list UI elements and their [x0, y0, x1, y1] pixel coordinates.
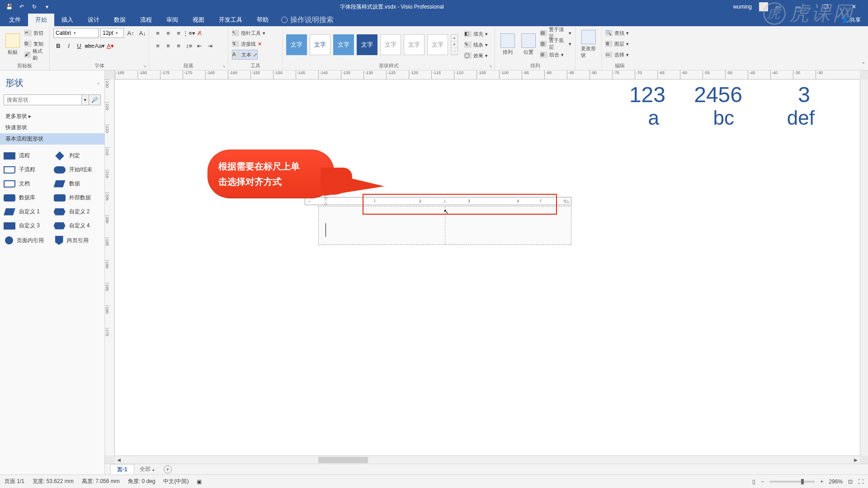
underline-button[interactable]: U — [74, 41, 84, 51]
vertical-ruler[interactable]: 230225220215210205200195190185180175 — [105, 80, 115, 455]
shapes-search-button[interactable]: 🔎 — [89, 94, 101, 105]
style-item[interactable]: 文字 — [427, 34, 448, 55]
align-top-button[interactable]: ≡ — [153, 28, 163, 38]
tell-me-search[interactable]: 操作说明搜索 — [276, 14, 334, 26]
qat-customize-icon[interactable]: ▾ — [43, 3, 51, 10]
horizontal-scrollbar[interactable]: ◂ ▸ — [115, 455, 860, 464]
font-dialog-launcher[interactable]: ↘ — [142, 63, 148, 69]
qat-undo-icon[interactable]: ↶ — [18, 3, 25, 10]
status-language[interactable]: 中文(中国) — [163, 478, 189, 485]
drawing-page[interactable]: 123 2456 3 a bc def ⌐ ▽△ └ 2 ⊥ 3 4 ┘ 5 △… — [115, 80, 860, 455]
vertical-scrollbar[interactable] — [860, 80, 868, 455]
grow-font-button[interactable]: A↑ — [126, 28, 136, 38]
shapes-collapse-icon[interactable]: ‹ — [97, 80, 99, 86]
shape-onpage-ref[interactable]: 页面内引用 — [4, 236, 51, 245]
shape-custom4[interactable]: 自定义 4 — [54, 222, 101, 230]
shape-data[interactable]: 数据 — [54, 180, 101, 188]
basic-flowchart-category[interactable]: 基本流程图形状 — [0, 133, 104, 145]
select-button[interactable]: ▭选择▾ — [605, 50, 629, 60]
add-page-button[interactable]: + — [164, 465, 172, 474]
style-item[interactable]: 文字 — [286, 34, 307, 55]
tab-devtools[interactable]: 开发工具 — [212, 14, 250, 26]
zoom-out-button[interactable]: − — [761, 479, 764, 485]
zoom-slider[interactable] — [769, 481, 815, 483]
zoom-value[interactable]: 296% — [829, 479, 843, 485]
shape-style-gallery[interactable]: 文字 文字 文字 文字 文字 文字 文字 ▴▾⋯ — [286, 31, 458, 58]
zoom-in-button[interactable]: + — [820, 479, 823, 485]
ribbon-display-icon[interactable]: ▭ — [775, 4, 780, 10]
share-button[interactable]: 👤 共享 — [841, 14, 868, 26]
tab-data[interactable]: 数据 — [107, 14, 133, 26]
more-shapes-link[interactable]: 更多形状 ▸ — [0, 111, 104, 122]
group-button[interactable]: ⊞组合▾ — [540, 50, 571, 60]
search-dropdown[interactable]: ▾ — [82, 94, 89, 105]
align-bottom-button[interactable]: ≡ — [174, 28, 184, 38]
shape-custom1[interactable]: 自定义 1 — [4, 208, 51, 216]
tab-home[interactable]: 开始 — [28, 14, 54, 26]
shape-document[interactable]: 文档 — [4, 180, 51, 188]
window-minimize-button[interactable]: — — [788, 0, 808, 14]
paste-button[interactable]: 粘贴 — [4, 28, 22, 61]
shapes-search-input[interactable] — [4, 94, 82, 105]
shape-custom3[interactable]: 自定义 3 — [4, 222, 51, 230]
qat-redo-icon[interactable]: ↻ — [31, 3, 38, 10]
qat-save-icon[interactable]: 💾 — [5, 3, 13, 10]
window-close-button[interactable]: ✕ — [844, 0, 864, 14]
send-back-button[interactable]: ▥置于底层▾ — [540, 39, 571, 49]
line-spacing-button[interactable]: ↕≡ — [184, 41, 194, 51]
gallery-scroll[interactable]: ▴▾⋯ — [451, 34, 458, 55]
quick-shapes-link[interactable]: 快速形状 — [0, 122, 104, 133]
find-button[interactable]: 🔍查找▾ — [605, 28, 629, 38]
bold-button[interactable]: B — [53, 41, 63, 51]
align-middle-button[interactable]: ≡ — [163, 28, 173, 38]
shape-start-end[interactable]: 开始/结束 — [54, 166, 101, 174]
collapse-ribbon-button[interactable]: ⌃ — [861, 61, 865, 67]
strike-button[interactable]: abc — [85, 41, 94, 51]
page-tab-all[interactable]: 全部▴ — [135, 464, 159, 474]
style-item[interactable]: 文字 — [404, 34, 425, 55]
window-restore-button[interactable]: ❐ — [816, 0, 836, 14]
style-item[interactable]: 文字 — [357, 34, 377, 55]
pointer-tool-button[interactable]: ↖指针工具▾ — [232, 28, 265, 38]
shape-subprocess[interactable]: 子流程 — [4, 166, 51, 174]
shape-offpage-ref[interactable]: 跨页引用 — [54, 236, 101, 245]
shape-database[interactable]: 数据库 — [4, 194, 51, 202]
position-button[interactable]: 位置 — [519, 28, 538, 61]
tab-review[interactable]: 审阅 — [159, 14, 185, 26]
copy-button[interactable]: ⧉复制 — [24, 39, 46, 49]
align-left-button[interactable]: ≡ — [153, 41, 163, 51]
styles-dialog-launcher[interactable]: ↘ — [487, 63, 494, 69]
bring-front-button[interactable]: ▤置于顶层▾ — [540, 28, 571, 38]
line-button[interactable]: ✎线条▾ — [464, 40, 488, 50]
page-tab-1[interactable]: 页-1 — [110, 464, 134, 475]
shape-process[interactable]: 流程 — [4, 152, 51, 160]
style-item[interactable]: 文字 — [333, 34, 354, 55]
tab-design[interactable]: 设计 — [80, 14, 107, 26]
tab-process[interactable]: 流程 — [133, 14, 159, 26]
case-button[interactable]: Aa▾ — [95, 41, 105, 51]
effects-button[interactable]: ◯效果▾ — [464, 51, 488, 61]
horizontal-ruler[interactable]: -185-180-175-170-165-160-155-150-145-140… — [115, 70, 860, 80]
paragraph-dialog-launcher[interactable]: ↘ — [221, 63, 227, 69]
font-color-button[interactable]: A▾ — [105, 41, 115, 51]
align-right-button[interactable]: ≡ — [174, 41, 184, 51]
clear-format-button[interactable]: A̸ — [194, 28, 204, 38]
italic-button[interactable]: I — [64, 41, 74, 51]
align-center-button[interactable]: ≡ — [163, 41, 173, 51]
tab-help[interactable]: 帮助 — [250, 14, 276, 26]
fullscreen-button[interactable]: ⛶ — [858, 479, 863, 485]
text-tool-button[interactable]: A文本⤢ — [232, 50, 258, 60]
style-item[interactable]: 文字 — [310, 34, 330, 55]
bullets-button[interactable]: ⋮≡▾ — [184, 28, 194, 38]
change-shape-button[interactable]: 更改形状 — [579, 28, 598, 61]
tab-file[interactable]: 文件 — [2, 14, 28, 26]
shrink-font-button[interactable]: A↓ — [137, 28, 147, 38]
user-avatar[interactable] — [759, 2, 768, 11]
font-size-combo[interactable]: 12pt▾ — [100, 28, 124, 38]
align-button[interactable]: 排列 — [499, 28, 517, 61]
style-item[interactable]: 文字 — [380, 34, 401, 55]
tab-view[interactable]: 视图 — [185, 14, 212, 26]
shape-custom2[interactable]: 自定义 2 — [54, 208, 101, 216]
macro-record-icon[interactable]: ▣ — [197, 479, 202, 485]
scroll-thumb[interactable] — [318, 457, 368, 463]
